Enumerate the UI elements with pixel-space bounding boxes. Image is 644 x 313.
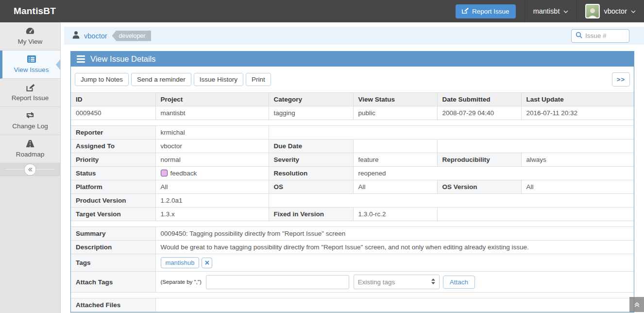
column-header: Category [269,93,353,106]
empty-cell [269,126,634,139]
project-selector[interactable]: mantisbt [525,0,577,22]
chevron-down-icon [631,7,636,15]
table-row: Target Version 1.3.x Fixed in Version 1.… [71,208,634,221]
expand-button[interactable]: >> [612,72,630,87]
os-label: OS [269,180,353,194]
empty-cell [269,194,634,208]
spacer-row [71,221,634,227]
column-header: View Status [353,93,437,106]
reproducibility-value: always [521,153,634,167]
separator-hint: (Separate by ",") [161,279,202,285]
reproducibility-label: Reproducibility [437,153,521,167]
target-version-label: Target Version [71,208,155,221]
issue-search-input[interactable] [585,32,624,39]
scroll-to-top-button[interactable] [629,297,644,312]
jump-to-notes-button[interactable]: Jump to Notes [75,73,129,86]
navbar-right: Report Issue mantisbt vboctor [456,0,644,22]
issue-history-button[interactable]: Issue History [194,73,243,86]
attach-button[interactable]: Attach [443,276,475,289]
table-row: Priority normal Severity feature Reprodu… [71,153,634,167]
sidebar-item-report-issue[interactable]: Report Issue [0,79,60,107]
table-header-row: ID Project Category View Status Date Sub… [71,93,634,106]
column-header: ID [71,93,155,106]
empty-cell [437,208,634,221]
product-version-label: Product Version [71,194,155,208]
report-issue-button[interactable]: Report Issue [456,4,516,18]
panel-title: View Issue Details [90,54,156,64]
chevron-down-icon [563,7,568,15]
reporter-label: Reporter [71,126,155,139]
attach-tags-cell: (Separate by ",") Existing tags Attach [155,272,634,293]
issue-last-update: 2016-07-11 20:32 [521,106,634,120]
issue-details-table: ID Project Category View Status Date Sub… [71,92,634,312]
list-icon [3,55,59,65]
description-value: Would be great to have tagging possibili… [155,241,634,254]
issue-toolbar: Jump to Notes Send a reminder Issue Hist… [71,67,634,92]
table-row: Reporter krmichal [71,126,634,139]
table-row: Attached Files [71,298,634,312]
sidebar-item-roadmap[interactable]: Roadmap [0,135,60,163]
app-logo[interactable]: MantisBT [0,6,56,17]
person-icon [72,31,80,41]
severity-value: feature [353,153,437,167]
priority-value: normal [155,153,269,167]
due-date-value [353,139,437,153]
table-row: Status feedback Resolution reopened [71,167,634,180]
issue-date-submitted: 2008-07-29 04:40 [437,106,521,120]
existing-tags-select[interactable]: Existing tags [354,275,440,289]
tag-mantishub[interactable]: mantishub [161,257,200,268]
status-value: feedback [155,167,269,180]
product-version-value: 1.2.0a1 [155,194,269,208]
sidebar: My View View Issues Report Issue Change … [0,22,61,313]
empty-cell [437,139,634,153]
os-version-label: OS Version [437,180,521,194]
column-header: Last Update [521,93,634,106]
table-row: Platform All OS All OS Version All [71,180,634,194]
description-label: Description [71,241,155,254]
resolution-label: Resolution [269,167,353,180]
user-avatar [585,4,600,18]
issue-project: mantisbt [155,106,269,120]
user-menu[interactable]: vboctor [577,0,644,22]
attached-files-value [155,298,634,312]
send-reminder-button[interactable]: Send a reminder [131,73,191,86]
breadcrumb-username-link[interactable]: vboctor [84,32,107,40]
sidebar-item-my-view[interactable]: My View [0,22,60,51]
table-row: Attach Tags (Separate by ",") Existing t… [71,272,634,293]
road-icon [1,139,59,149]
edit-pencil-icon [462,7,469,16]
severity-label: Severity [269,153,353,167]
summary-label: Summary [71,227,155,241]
sidebar-item-change-log[interactable]: Change Log [0,107,60,135]
summary-value: 0009450: Tagging possibility directly fr… [155,227,634,241]
fixed-in-version-value: 1.3.0-rc.2 [353,208,437,221]
table-row: Product Version 1.2.0a1 [71,194,634,208]
search-icon [576,32,582,40]
fixed-in-version-label: Fixed in Version [269,208,353,221]
sidebar-collapse-button[interactable] [24,163,36,175]
tags-value: mantishub [155,254,634,272]
breadcrumb: vboctor developer [64,27,644,45]
print-button[interactable]: Print [246,73,271,86]
attach-tags-label: Attach Tags [71,272,155,293]
menu-icon[interactable] [77,55,85,63]
top-navbar: MantisBT Report Issue mantisbt vboctor [0,0,644,22]
resolution-value: reopened [353,167,634,180]
attach-tags-input[interactable] [206,275,349,289]
column-header: Project [155,93,269,106]
issue-search[interactable] [571,29,629,43]
column-header: Date Submitted [437,93,521,106]
sidebar-item-view-issues[interactable]: View Issues [0,51,60,79]
spacer-row [71,293,634,298]
role-badge: developer [112,31,152,41]
status-color-swatch [161,170,168,176]
table-row: 0009450 mantisbt tagging public 2008-07-… [71,106,634,120]
spacer-row [71,120,634,126]
remove-tag-button[interactable] [202,258,212,268]
platform-label: Platform [71,180,155,194]
table-row: Description Would be great to have taggi… [71,241,634,254]
issue-view-status: public [353,106,437,120]
os-version-value: All [521,180,634,194]
sidebar-background [0,176,60,313]
assigned-to-value: vboctor [155,139,269,153]
